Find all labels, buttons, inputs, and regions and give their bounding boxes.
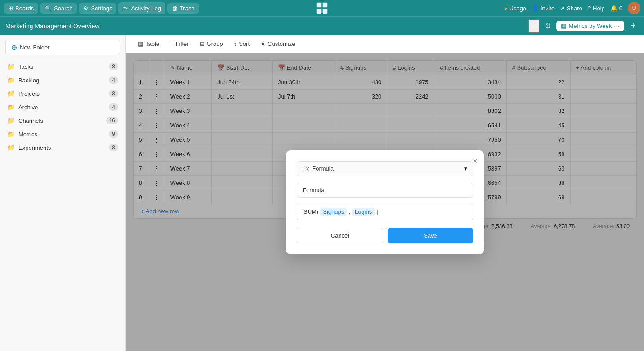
invite-icon: 👤 xyxy=(532,5,539,12)
help-label: Help xyxy=(593,5,605,12)
sidebar-item-tasks-label: Tasks xyxy=(18,63,33,70)
formula-func: SUM( xyxy=(304,208,318,215)
help-button[interactable]: ? Help xyxy=(588,5,605,12)
content-area: ▦ Table ≡ Filter ⊞ Group ↕ Sort ✦ Custom… xyxy=(126,35,644,351)
sidebar-item-backlog[interactable]: 📁 Backlog 4 xyxy=(0,73,125,87)
sort-label: Sort xyxy=(239,40,250,47)
cancel-button[interactable]: Cancel xyxy=(297,228,383,243)
invite-label: Invite xyxy=(541,5,555,12)
topnav-left: ⊞ Boards 🔍 Search ⚙ Settings 〜 Activity … xyxy=(4,2,199,14)
plus-icon: ⊕ xyxy=(11,43,17,52)
table-icon: ▦ xyxy=(138,40,143,47)
sidebar-item-experiments-count: 8 xyxy=(109,144,118,151)
sidebar-item-backlog-left: 📁 Backlog xyxy=(7,76,39,84)
formula-name-input[interactable] xyxy=(297,183,473,198)
sidebar-item-channels-label: Channels xyxy=(18,117,43,124)
sidebar-item-archive-left: 📁 Archive xyxy=(7,104,38,111)
search-label: Search xyxy=(54,5,72,12)
sidebar-item-metrics[interactable]: 📁 Metrics 9 xyxy=(0,127,125,141)
bell-icon: 🔔 xyxy=(610,5,617,12)
main-layout: ⊕ New Folder 📁 Tasks 8 📁 Backlog 4 📁 Pro… xyxy=(0,35,644,351)
sidebar-item-channels-count: 16 xyxy=(106,117,118,124)
svg-rect-2 xyxy=(317,9,322,14)
dropdown-left: ƒx Formula xyxy=(303,165,334,172)
sort-icon: ↕ xyxy=(234,40,237,47)
sidebar-item-experiments-label: Experiments xyxy=(18,144,51,151)
settings-button[interactable]: ⚙ Settings xyxy=(79,3,116,14)
group-label: Group xyxy=(207,40,223,47)
svg-rect-0 xyxy=(317,3,322,8)
sidebar-item-channels[interactable]: 📁 Channels 16 xyxy=(0,114,125,127)
help-icon: ? xyxy=(588,5,591,12)
chevron-down-icon: ▾ xyxy=(464,165,467,172)
modal-close-button[interactable]: × xyxy=(473,157,478,166)
activity-icon: 〜 xyxy=(123,4,129,12)
group-button[interactable]: ⊞ Group xyxy=(195,38,228,50)
new-folder-button[interactable]: ⊕ New Folder xyxy=(5,40,120,55)
sidebar-item-experiments-left: 📁 Experiments xyxy=(7,144,51,151)
usage-icon: ● xyxy=(504,5,508,12)
top-navigation: ⊞ Boards 🔍 Search ⚙ Settings 〜 Activity … xyxy=(0,0,644,16)
sidebar-item-archive[interactable]: 📁 Archive 4 xyxy=(0,100,125,114)
folder-icon: 📁 xyxy=(7,63,15,70)
avatar[interactable]: U xyxy=(628,2,640,14)
sidebar-item-backlog-count: 4 xyxy=(109,76,118,84)
formula-type-dropdown[interactable]: ƒx Formula ▾ xyxy=(297,161,473,176)
table-button[interactable]: ▦ Table xyxy=(133,38,164,50)
activity-log-button[interactable]: 〜 Activity Log xyxy=(118,2,165,14)
sidebar-item-metrics-count: 9 xyxy=(109,130,118,138)
share-button[interactable]: ↗ Share xyxy=(560,5,582,12)
save-button[interactable]: Save xyxy=(388,228,473,243)
usage-label: Usage xyxy=(509,5,526,12)
formula-tag-logins: Logins xyxy=(352,208,375,216)
page-title: Marketing Management Overview xyxy=(5,22,525,30)
sidebar-item-metrics-left: 📁 Metrics xyxy=(7,130,37,138)
filter-button[interactable]: ≡ Filter xyxy=(165,38,193,50)
settings-icon: ⚙ xyxy=(83,5,89,12)
sidebar-item-backlog-label: Backlog xyxy=(18,77,39,84)
folder-icon: 📁 xyxy=(7,90,15,97)
formula-expression[interactable]: SUM( Signups , Logins ) xyxy=(297,203,473,220)
filter-icon: ≡ xyxy=(170,40,174,47)
modal-overlay: × ƒx Formula ▾ SUM( Signups , Logins xyxy=(126,53,644,351)
notifications-button[interactable]: 🔔 0 xyxy=(610,5,622,12)
usage-button[interactable]: ● Usage xyxy=(504,5,526,12)
filter-label: Filter xyxy=(176,40,189,47)
activity-log-label: Activity Log xyxy=(131,5,161,12)
sidebar-item-tasks-left: 📁 Tasks xyxy=(7,63,33,70)
search-button[interactable]: 🔍 Search xyxy=(40,3,77,14)
sub-navigation: Marketing Management Overview « ⚙ ▦ Metr… xyxy=(0,16,644,35)
formula-close: ) xyxy=(376,208,378,215)
sort-button[interactable]: ↕ Sort xyxy=(229,38,254,50)
folder-icon: 📁 xyxy=(7,76,15,84)
metrics-by-week-tab[interactable]: ▦ Metrics by Week ⋯ xyxy=(556,21,624,31)
trash-button[interactable]: 🗑 Trash xyxy=(167,3,199,14)
dropdown-label: Formula xyxy=(312,165,334,172)
search-icon: 🔍 xyxy=(45,5,52,12)
invite-button[interactable]: 👤 Invite xyxy=(532,5,555,12)
sidebar-item-experiments[interactable]: 📁 Experiments 8 xyxy=(0,141,125,154)
sidebar-item-projects-count: 8 xyxy=(109,90,118,97)
customize-button[interactable]: ✦ Customize xyxy=(256,38,300,50)
topnav-center xyxy=(314,0,330,16)
sidebar-item-projects[interactable]: 📁 Projects 8 xyxy=(0,87,125,100)
new-folder-label: New Folder xyxy=(20,44,49,51)
sidebar-item-projects-label: Projects xyxy=(18,90,40,97)
folder-icon: 📁 xyxy=(7,104,15,111)
folder-icon: 📁 xyxy=(7,144,15,151)
notification-count: 0 xyxy=(619,5,622,12)
formula-tag-signups: Signups xyxy=(320,208,347,216)
folder-icon: 📁 xyxy=(7,130,15,138)
tab-settings-button[interactable]: ⚙ xyxy=(543,20,553,32)
sidebar-item-archive-label: Archive xyxy=(18,104,38,111)
modal-actions: Cancel Save xyxy=(297,228,473,243)
customize-label: Customize xyxy=(268,40,295,47)
logo-icon xyxy=(316,2,328,14)
sidebar-item-tasks-count: 8 xyxy=(109,63,118,70)
sidebar-item-tasks[interactable]: 📁 Tasks 8 xyxy=(0,60,125,73)
boards-label: Boards xyxy=(15,5,34,12)
formula-sep: , xyxy=(349,208,350,215)
add-tab-button[interactable]: + xyxy=(628,20,639,32)
boards-button[interactable]: ⊞ Boards xyxy=(4,3,38,14)
collapse-sidebar-button[interactable]: « xyxy=(528,19,540,33)
